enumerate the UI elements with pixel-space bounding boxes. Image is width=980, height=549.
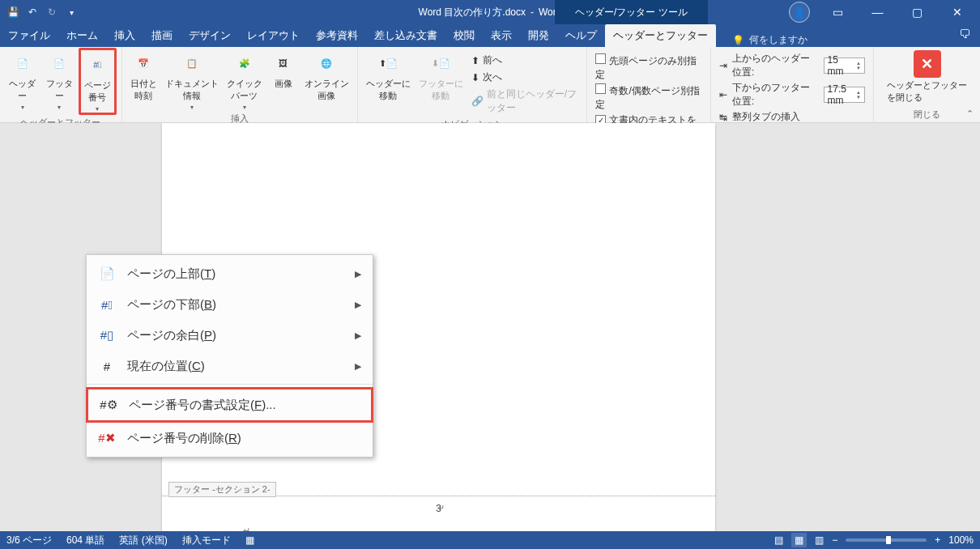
checkbox-icon — [595, 53, 606, 64]
print-layout-icon[interactable]: ▦ — [791, 533, 807, 547]
save-icon[interactable]: 💾 — [6, 6, 19, 19]
date-time-button[interactable]: 📅日付と 時刻 — [127, 49, 160, 102]
zoom-in-button[interactable]: + — [935, 534, 940, 546]
tab-file[interactable]: ファイル — [0, 24, 58, 47]
goto-footer-button: ⬇📄フッターに 移動 — [415, 49, 467, 102]
maximize-button[interactable]: ▢ — [899, 0, 935, 24]
chevron-right-icon: ▶ — [355, 269, 361, 279]
align-tab-button[interactable]: ↹整列タブの挿入 — [719, 110, 865, 124]
tell-me-search[interactable]: 💡 何をしますか — [732, 33, 807, 47]
footer-pos-input[interactable]: 17.5 mm▲▼ — [824, 87, 865, 103]
page-number-button[interactable]: #⃞ページ 番号▾ — [79, 48, 117, 115]
spinner-icon[interactable]: ▲▼ — [856, 90, 861, 100]
link-previous-button: 🔗前と同じヘッダー/フッター — [468, 86, 582, 117]
qat-custom-icon[interactable]: ▾ — [65, 6, 78, 19]
tab-draw[interactable]: 描画 — [143, 24, 181, 47]
web-layout-icon[interactable]: ▥ — [815, 534, 824, 546]
menu-bottom-of-page[interactable]: #⃞ ページの下部(B) ▶ — [87, 289, 373, 320]
insert-mode[interactable]: 挿入モード — [182, 534, 231, 547]
zoom-slider-thumb[interactable] — [886, 536, 891, 544]
menu-current-position[interactable]: # 現在の位置(C) ▶ — [87, 351, 373, 381]
footer-pos-icon: ⇤ — [719, 89, 727, 100]
tab-review[interactable]: 校閲 — [445, 24, 483, 47]
page-count[interactable]: 3/6 ページ — [6, 534, 52, 547]
footer-button[interactable]: 📄フッター▾ — [41, 49, 76, 111]
header-button[interactable]: 📄ヘッダー▾ — [5, 49, 40, 111]
first-page-checkbox[interactable]: 先頭ページのみ別指定 — [595, 53, 702, 82]
tab-mailings[interactable]: 差し込み文書 — [366, 24, 445, 47]
checkbox-icon — [595, 83, 606, 94]
remove-icon: #✖ — [98, 429, 116, 447]
word-count[interactable]: 604 単語 — [66, 534, 104, 547]
spinner-icon[interactable]: ▲▼ — [856, 61, 861, 70]
chevron-down-icon: ▾ — [21, 104, 24, 111]
zoom-slider[interactable] — [846, 538, 927, 542]
goto-header-button[interactable]: ⬆📄ヘッダーに 移動 — [363, 49, 414, 102]
zoom-out-button[interactable]: − — [832, 534, 837, 546]
share-icon[interactable]: 🗨 — [959, 28, 970, 40]
tab-design[interactable]: デザイン — [181, 24, 239, 47]
tab-home[interactable]: ホーム — [58, 24, 106, 47]
footer-section-label: フッター -セクション 2- — [168, 482, 276, 497]
group-navigation: ⬆📄ヘッダーに 移動 ⬇📄フッターに 移動 ⬆前へ ⬇次へ 🔗前と同じヘッダー/… — [358, 47, 588, 122]
header-pos-input[interactable]: 15 mm▲▼ — [824, 57, 865, 74]
lightbulb-icon: 💡 — [732, 35, 744, 46]
tab-developer[interactable]: 開発 — [520, 24, 557, 47]
redo-icon[interactable]: ↻ — [45, 6, 58, 19]
next-section-button[interactable]: ⬇次へ — [468, 69, 582, 86]
zoom-level[interactable]: 100% — [948, 534, 974, 546]
footer-region[interactable]: フッター -セクション 2- 3 ↵ ↵ — [162, 496, 715, 531]
contextual-tab-title: ヘッダー/フッター ツール — [555, 0, 708, 24]
paragraph-mark-icon: ↵ — [437, 503, 445, 513]
minimize-button[interactable]: — — [859, 0, 896, 24]
window-controls: 👤 ▭ — ▢ ✕ — [789, 0, 980, 24]
undo-icon[interactable]: ↶ — [26, 6, 39, 19]
tab-insert[interactable]: 挿入 — [106, 24, 143, 47]
odd-even-checkbox[interactable]: 奇数/偶数ページ別指定 — [595, 83, 702, 112]
titlebar: 💾 ↶ ↻ ▾ Word 目次の作り方.docx - Word ヘッダー/フッタ… — [0, 0, 980, 24]
docinfo-icon: 📋 — [179, 50, 205, 76]
align-tab-icon: ↹ — [719, 112, 727, 123]
menu-top-of-page[interactable]: 📄 ページの上部(T) ▶ — [87, 258, 373, 289]
prev-section-button[interactable]: ⬆前へ — [468, 52, 582, 69]
user-avatar[interactable]: 👤 — [789, 2, 810, 23]
language[interactable]: 英語 (米国) — [119, 534, 167, 547]
menu-format-page-numbers[interactable]: #⚙ ページ番号の書式設定(F)... — [86, 387, 373, 423]
doc-info-button[interactable]: 📋ドキュメント 情報▾ — [162, 49, 222, 111]
tab-view[interactable]: 表示 — [483, 24, 520, 47]
close-button[interactable]: ✕ — [939, 0, 975, 24]
menu-page-margins[interactable]: #▯ ページの余白(P) ▶ — [87, 320, 373, 351]
tab-help[interactable]: ヘルプ — [557, 24, 605, 47]
ribbon-tabs: ファイル ホーム 挿入 描画 デザイン レイアウト 参考資料 差し込み文書 校閲… — [0, 24, 980, 47]
tab-references[interactable]: 参考資料 — [308, 24, 366, 47]
online-image-button[interactable]: 🌐オンライン 画像 — [301, 49, 352, 102]
quick-parts-button[interactable]: 🧩クイック パーツ▾ — [224, 49, 266, 111]
group-label: 閉じる — [914, 107, 940, 122]
menu-remove-page-numbers[interactable]: #✖ ページ番号の削除(R) — [87, 423, 373, 453]
macro-icon[interactable]: ▦ — [245, 534, 254, 546]
goto-footer-icon: ⬇📄 — [428, 50, 454, 76]
window-title: Word 目次の作り方.docx - Word — [419, 6, 562, 19]
close-header-footer-button[interactable]: ✕ ヘッダーとフッター を閉じる — [879, 49, 975, 104]
next-icon: ⬇ — [471, 72, 479, 83]
online-image-icon: 🌐 — [313, 50, 339, 76]
group-close: ✕ ヘッダーとフッター を閉じる 閉じる — [874, 47, 980, 122]
header-icon: 📄 — [10, 50, 36, 76]
ribbon-display-icon[interactable]: ▭ — [820, 0, 856, 24]
chevron-down-icon: ▾ — [96, 105, 99, 113]
image-button[interactable]: 🖼画像 — [267, 49, 300, 90]
chevron-right-icon: ▶ — [355, 330, 361, 341]
collapse-ribbon-icon[interactable]: ⌃ — [966, 109, 974, 119]
document-area: フッター -セクション 2- 3 ↵ ↵ 📄 ページの上部(T) ▶ #⃞ ペー… — [0, 123, 980, 531]
group-options: 先頭ページのみ別指定 奇数/偶数ページ別指定 ✓文書内のテキストを表示 オプショ… — [587, 47, 711, 122]
quickparts-icon: 🧩 — [232, 50, 258, 76]
chevron-down-icon: ▾ — [190, 104, 194, 111]
tab-header-footer[interactable]: ヘッダーとフッター — [605, 24, 716, 47]
ribbon: 📄ヘッダー▾ 📄フッター▾ #⃞ページ 番号▾ ヘッダーとフッター 📅日付と 時… — [0, 47, 980, 123]
goto-header-icon: ⬆📄 — [375, 50, 401, 76]
read-mode-icon[interactable]: ▤ — [774, 534, 783, 546]
chevron-right-icon: ▶ — [355, 300, 361, 310]
tab-layout[interactable]: レイアウト — [239, 24, 308, 47]
calendar-icon: 📅 — [130, 50, 156, 76]
image-icon: 🖼 — [271, 50, 296, 76]
